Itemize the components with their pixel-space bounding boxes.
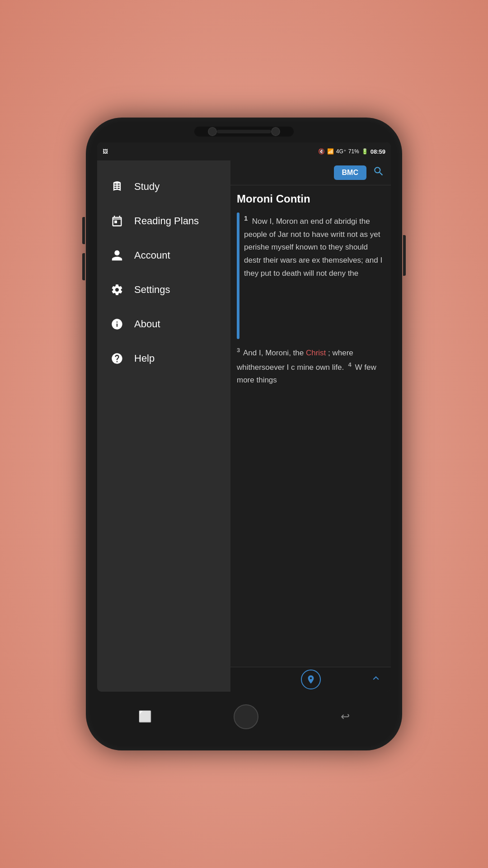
phone-top-bar	[194, 127, 294, 137]
bottom-bar	[230, 667, 391, 692]
reading-panel: BMC Moroni Contin 1 Now I, Moron	[230, 160, 391, 692]
reading-plans-label: Reading Plans	[134, 215, 199, 227]
search-button[interactable]	[373, 165, 385, 180]
back-button[interactable]: ↩	[341, 710, 350, 723]
account-label: Account	[134, 250, 170, 261]
front-camera	[208, 127, 217, 136]
signal-icon: 4G⁺	[336, 148, 346, 155]
status-bar: 🖼 🔇 📶 4G⁺ 71% 🔋 08:59	[97, 142, 391, 160]
calendar-icon	[110, 214, 124, 228]
front-camera-right	[271, 127, 280, 136]
about-label: About	[134, 318, 160, 330]
user-icon	[110, 248, 124, 263]
gear-icon	[110, 283, 124, 297]
help-label: Help	[134, 353, 155, 364]
book-icon	[110, 179, 124, 194]
phone-bottom-nav: ⬜ ↩	[97, 694, 391, 739]
chapter-title: Moroni Contin	[237, 193, 385, 205]
status-right: 🔇 📶 4G⁺ 71% 🔋 08:59	[318, 148, 385, 155]
sidebar-drawer: Study Reading Plans	[97, 160, 230, 692]
verse-1-container: 1 Now I, Moron an end of abridgi the peo…	[237, 212, 385, 339]
verse-1-content: Now I, Moron an end of abridgi the peopl…	[244, 217, 382, 278]
phone-device: 🖼 🔇 📶 4G⁺ 71% 🔋 08:59	[86, 118, 402, 750]
reading-toolbar: BMC	[230, 160, 391, 185]
verse-3-highlight: Christ	[306, 349, 326, 357]
recent-apps-button[interactable]: ⬜	[138, 710, 152, 723]
volume-down-button[interactable]	[82, 253, 85, 280]
battery-icon: 🔋	[361, 148, 368, 155]
reading-content[interactable]: Moroni Contin 1 Now I, Moron an end of a…	[230, 185, 391, 667]
verse-3-number: 3	[237, 347, 240, 354]
battery-percent: 71%	[348, 148, 359, 155]
sidebar-item-about[interactable]: About	[97, 307, 230, 341]
verse-1-number: 1	[244, 214, 248, 222]
verse-marker	[237, 212, 239, 339]
screen-content: Study Reading Plans	[97, 160, 391, 692]
verse-3-text: And I, Moroni, the	[243, 349, 306, 357]
verse-3-block: 3 And I, Moroni, the Christ ; where whit…	[237, 345, 385, 387]
sidebar-item-settings[interactable]: Settings	[97, 273, 230, 307]
time-display: 08:59	[371, 148, 385, 155]
sidebar-item-help[interactable]: Help	[97, 341, 230, 376]
info-icon	[110, 317, 124, 331]
power-button[interactable]	[403, 235, 406, 276]
verse-1-text: 1 Now I, Moron an end of abridgi the peo…	[244, 212, 385, 339]
phone-screen: 🖼 🔇 📶 4G⁺ 71% 🔋 08:59	[97, 142, 391, 692]
status-left: 🖼	[103, 148, 108, 155]
home-button[interactable]	[234, 704, 258, 729]
study-label: Study	[134, 181, 160, 193]
sidebar-item-study[interactable]: Study	[97, 170, 230, 204]
sidebar-item-account[interactable]: Account	[97, 238, 230, 273]
sidebar-item-reading-plans[interactable]: Reading Plans	[97, 204, 230, 238]
bmc-button[interactable]: BMC	[334, 165, 366, 180]
volume-up-button[interactable]	[82, 217, 85, 244]
settings-label: Settings	[134, 284, 170, 296]
scroll-up-button[interactable]	[370, 672, 382, 687]
speaker-grill	[217, 130, 271, 133]
question-icon	[110, 351, 124, 366]
verse-4-number: 4	[348, 361, 352, 368]
landscape-icon: 🖼	[103, 148, 108, 155]
mute-icon: 🔇	[318, 148, 325, 155]
location-button[interactable]	[301, 670, 321, 689]
wifi-icon: 📶	[327, 148, 334, 155]
